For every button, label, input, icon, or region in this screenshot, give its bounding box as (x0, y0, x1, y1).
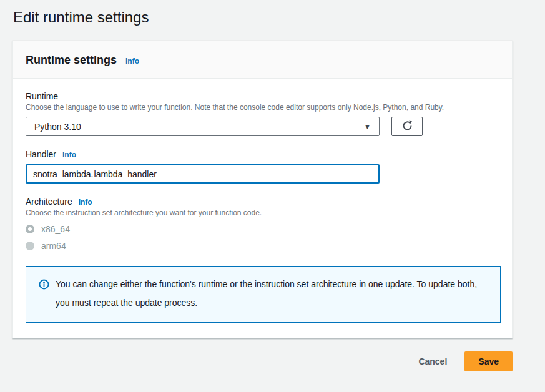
refresh-runtimes-button[interactable] (391, 117, 423, 136)
architecture-info-link[interactable]: Info (79, 198, 92, 207)
action-footer: Cancel Save (12, 351, 513, 371)
info-alert-text: You can change either the function's run… (56, 275, 479, 312)
runtime-select[interactable]: Python 3.10 ▼ (26, 117, 380, 136)
handler-field: Handler Info snotra_lambda.lambda_handle… (26, 149, 499, 184)
page-title: Edit runtime settings (13, 8, 545, 27)
runtime-selected-value: Python 3.10 (34, 122, 81, 132)
radio-selected-disabled-icon (26, 225, 34, 233)
refresh-icon (401, 120, 413, 134)
runtime-settings-panel: Runtime settings Info Runtime Choose the… (12, 41, 513, 338)
info-circle-icon (39, 279, 49, 312)
handler-value-after-cursor: lambda_handler (94, 169, 157, 179)
architecture-label: Architecture (26, 197, 72, 207)
info-alert: You can change either the function's run… (26, 266, 501, 323)
runtime-field: Runtime Choose the language to use to wr… (26, 91, 499, 136)
handler-info-link[interactable]: Info (62, 150, 76, 159)
radio-label-arm64: arm64 (41, 241, 66, 251)
panel-header: Runtime settings Info (13, 41, 512, 79)
cancel-button[interactable]: Cancel (407, 352, 458, 371)
radio-unselected-disabled-icon (26, 242, 34, 250)
architecture-description: Choose the instruction set architecture … (26, 208, 499, 217)
architecture-field: Architecture Info Choose the instruction… (26, 197, 499, 251)
radio-label-x86_64: x86_64 (41, 224, 70, 234)
handler-input[interactable]: snotra_lambda.lambda_handler (26, 164, 380, 184)
handler-value-before-cursor: snotra_lambda. (33, 169, 94, 179)
chevron-down-icon: ▼ (364, 123, 371, 130)
save-button[interactable]: Save (464, 351, 513, 371)
runtime-label: Runtime (26, 91, 499, 101)
panel-info-link[interactable]: Info (125, 57, 139, 66)
panel-body: Runtime Choose the language to use to wr… (13, 79, 512, 338)
radio-option-x86_64[interactable]: x86_64 (26, 224, 499, 234)
panel-title: Runtime settings (26, 54, 117, 67)
runtime-description: Choose the language to use to write your… (26, 103, 499, 112)
radio-option-arm64[interactable]: arm64 (26, 241, 499, 251)
handler-label: Handler (26, 149, 56, 159)
